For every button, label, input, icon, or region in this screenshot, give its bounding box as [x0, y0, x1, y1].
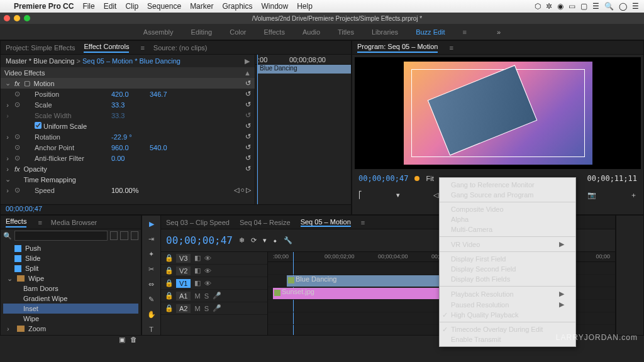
- track-select-tool-icon[interactable]: ⇥: [146, 233, 157, 244]
- selection-tool-icon[interactable]: ▶: [146, 218, 157, 229]
- search-icon[interactable]: 🔍: [604, 2, 614, 11]
- ctx-alpha[interactable]: Alpha: [440, 214, 575, 224]
- tab-source[interactable]: Source: (no clips): [153, 44, 208, 52]
- menu-file[interactable]: File: [82, 2, 94, 11]
- program-tab[interactable]: Program: Seq 05 – Motion: [357, 43, 438, 53]
- timeline-tc[interactable]: 00;00;00;47: [166, 234, 233, 246]
- ctx-high-quality[interactable]: ✓High Quality Playback: [440, 310, 575, 320]
- wifi-icon[interactable]: ◉: [557, 2, 564, 11]
- ec-timecode[interactable]: 00;00;00;47: [1, 204, 351, 214]
- ws-effects[interactable]: Effects: [264, 28, 284, 36]
- ws-libraries[interactable]: Libraries: [372, 28, 398, 36]
- effect-inset[interactable]: Inset: [23, 305, 38, 312]
- sync-icon[interactable]: ✲: [546, 2, 552, 11]
- filter-yuv-icon[interactable]: [131, 231, 138, 240]
- button-editor-icon[interactable]: ＋: [630, 190, 637, 200]
- stopwatch-icon[interactable]: ⊙: [14, 101, 22, 109]
- tab-media-browser[interactable]: Media Browser: [51, 219, 97, 226]
- filter-32bit-icon[interactable]: [120, 231, 128, 240]
- hand-tool-icon[interactable]: ✋: [146, 309, 157, 320]
- pen-tool-icon[interactable]: ✎: [146, 293, 157, 305]
- toggle-output-icon[interactable]: ◧: [194, 266, 201, 275]
- fx-badge[interactable]: fx: [14, 80, 20, 87]
- ctx-playback-res[interactable]: Playback Resolution▶: [440, 288, 575, 299]
- lock-icon[interactable]: 🔒: [165, 266, 172, 275]
- effect-gradient-wipe[interactable]: Gradient Wipe: [23, 295, 67, 302]
- opacity-label[interactable]: Opacity: [24, 165, 47, 173]
- effect-split[interactable]: Split: [25, 265, 38, 272]
- linked-sel-icon[interactable]: ⟳: [251, 236, 257, 244]
- position-y[interactable]: 346.7: [150, 90, 184, 98]
- type-tool-icon[interactable]: T: [146, 324, 157, 335]
- solo-icon[interactable]: S: [204, 305, 209, 312]
- reset-icon[interactable]: ↺: [245, 154, 251, 162]
- menu-graphics[interactable]: Graphics: [222, 2, 252, 11]
- effects-search-input[interactable]: [14, 231, 108, 241]
- user-icon[interactable]: ☰: [592, 2, 599, 11]
- eye-icon[interactable]: 👁: [204, 280, 212, 287]
- ws-editing[interactable]: Editing: [191, 28, 213, 36]
- ws-audio[interactable]: Audio: [303, 28, 320, 36]
- ec-sequence[interactable]: Seq 05 – Motion * Blue Dancing: [82, 57, 180, 65]
- ws-buzz-edit[interactable]: Buzz Edit: [416, 28, 445, 36]
- reset-icon[interactable]: ↺: [245, 165, 251, 173]
- razor-tool-icon[interactable]: ✂: [146, 263, 157, 275]
- effect-push[interactable]: Push: [25, 244, 41, 252]
- disclosure-icon[interactable]: ⌄: [7, 275, 13, 283]
- track-a1[interactable]: A1: [176, 292, 191, 300]
- airplay-icon[interactable]: ▢: [580, 2, 587, 11]
- mute-icon[interactable]: M: [194, 292, 200, 300]
- ec-toggle-timeline-icon[interactable]: ▶: [245, 57, 250, 65]
- notif-icon[interactable]: ☰: [632, 2, 639, 11]
- track-v3[interactable]: V3: [176, 254, 191, 263]
- mark-in-icon[interactable]: ⎡: [358, 191, 362, 199]
- effect-slide[interactable]: Slide: [25, 255, 40, 262]
- program-tc-left[interactable]: 00;00;00;47: [358, 174, 408, 183]
- ctx-timecode-overlay[interactable]: ✓Timecode Overlay During Edit: [440, 324, 575, 334]
- mic-icon[interactable]: 🎤: [213, 304, 221, 312]
- zoom-button[interactable]: [24, 15, 30, 21]
- effect-barn-doors[interactable]: Barn Doors: [23, 285, 58, 292]
- program-canvas[interactable]: [404, 62, 592, 165]
- effect-controls-timeline[interactable]: :00 00;00;08;00 Blue Dancing: [255, 55, 351, 204]
- ws-assembly[interactable]: Assembly: [143, 28, 174, 36]
- workspace-menu-icon[interactable]: ≡: [463, 28, 467, 36]
- ec-master[interactable]: Master * Blue Dancing: [6, 57, 74, 65]
- panel-menu-icon[interactable]: ≡: [361, 219, 365, 226]
- workspace-overflow[interactable]: »: [497, 28, 501, 36]
- app-name[interactable]: Premiere Pro CC: [14, 2, 74, 11]
- motion-crop-icon[interactable]: ▢: [24, 79, 30, 87]
- export-frame-icon[interactable]: 📷: [587, 191, 596, 199]
- effect-wipe[interactable]: Wipe: [23, 315, 39, 322]
- eye-icon[interactable]: 👁: [204, 267, 212, 275]
- tab-effect-controls[interactable]: Effect Controls: [84, 43, 129, 53]
- anchor-y[interactable]: 540.0: [150, 144, 184, 151]
- anchor-x[interactable]: 960.0: [111, 144, 146, 151]
- seq-tab-03[interactable]: Seq 03 – Clip Speed: [166, 219, 230, 226]
- ripple-tool-icon[interactable]: ✦: [146, 248, 157, 260]
- ec-playhead[interactable]: [257, 55, 258, 204]
- panel-menu-icon[interactable]: ≡: [38, 219, 42, 226]
- reset-icon[interactable]: ↺: [245, 101, 251, 109]
- siri-icon[interactable]: ◯: [619, 2, 627, 11]
- stopwatch-icon[interactable]: ⊙: [14, 90, 22, 98]
- minimize-button[interactable]: [14, 15, 20, 21]
- folder-wipe[interactable]: Wipe: [28, 275, 44, 282]
- ec-clip-bar[interactable]: Blue Dancing: [257, 65, 351, 74]
- reset-icon[interactable]: ↺: [245, 79, 251, 87]
- panel-menu-icon[interactable]: ≡: [449, 44, 453, 52]
- ec-toggle-icon[interactable]: ▲: [244, 69, 251, 77]
- kf-add-icon[interactable]: ○: [240, 186, 245, 194]
- stopwatch-icon[interactable]: ⊙: [14, 133, 22, 141]
- stopwatch-icon[interactable]: ⊙: [14, 154, 22, 162]
- track-a2[interactable]: A2: [176, 304, 191, 313]
- stopwatch-icon[interactable]: ⊙: [14, 186, 22, 194]
- reset-icon[interactable]: ↺: [245, 122, 251, 130]
- fit-dropdown[interactable]: Fit: [426, 175, 433, 182]
- antiflicker-value[interactable]: 0.00: [111, 155, 146, 162]
- menu-marker[interactable]: Marker: [190, 2, 213, 11]
- stopwatch-icon[interactable]: ⊙: [14, 143, 22, 151]
- disclosure-icon[interactable]: ›: [4, 101, 11, 109]
- solo-icon[interactable]: S: [204, 292, 209, 300]
- lock-icon[interactable]: 🔒: [165, 304, 172, 312]
